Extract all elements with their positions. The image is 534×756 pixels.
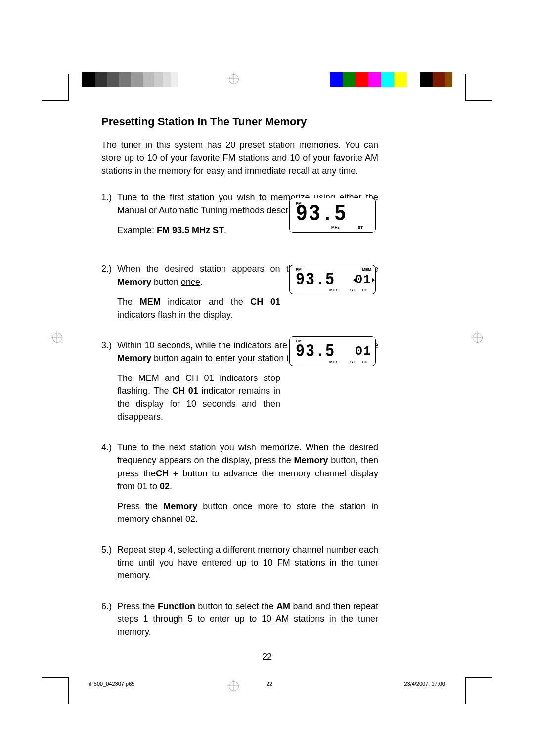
text: button to select the [195, 601, 276, 611]
st-indicator: ST [350, 360, 355, 364]
example-value: FM 93.5 MHz ST [157, 225, 224, 235]
emphasis-once-more: once more [233, 501, 278, 511]
step-number: 4.) [101, 441, 117, 532]
footer-page: 22 [267, 681, 272, 687]
text: Press the [117, 601, 158, 611]
mhz-indicator: MHz [329, 360, 337, 364]
memory-button-label: Memory [163, 501, 197, 511]
text: Press the [117, 501, 163, 511]
frequency-value: 93.5 [296, 342, 335, 360]
footer-file: iP500_042307.p65 [89, 681, 134, 687]
mem-indicator: MEM [362, 267, 371, 272]
mhz-indicator: MHz [331, 225, 339, 230]
text: button [151, 277, 181, 287]
step-text: Tune to the next station you wish memori… [117, 441, 378, 492]
step-5: 5.) Repeat step 4, selecting a different… [101, 543, 378, 589]
ch-indicator: CH [362, 360, 368, 364]
text: . [170, 481, 172, 491]
page: Presetting Station In The Tuner Memory T… [0, 0, 534, 756]
ch-plus-button-label: CH + [156, 469, 178, 478]
memory-button-label: Memory [117, 277, 151, 287]
channel-02-label: 02 [160, 481, 170, 491]
footer-datetime: 23/4/2007, 17:00 [404, 681, 445, 687]
right-arrow-icon [372, 278, 375, 282]
channel-value: 01 [355, 344, 371, 359]
memory-button-label: Memory [294, 455, 328, 465]
document-body: Presetting Station In The Tuner Memory T… [101, 114, 378, 657]
ch-indicator: CH [362, 288, 368, 292]
text: The [117, 297, 140, 307]
step-6: 6.) Press the Function button to select … [101, 600, 378, 645]
step-4: 4.) Tune to the next station you wish me… [101, 441, 378, 532]
color-calibration-strip [82, 72, 452, 87]
memory-button-label: Memory [117, 353, 151, 363]
frequency-value: 93.5 [296, 203, 347, 226]
step-text: Example: FM 93.5 MHz ST. [117, 224, 270, 236]
left-arrow-icon [353, 278, 356, 282]
ch01-indicator-label: CH 01 [172, 386, 198, 396]
text: . [224, 225, 226, 235]
lcd-display-3: FM 93.5 01 MHz ST CH [289, 336, 376, 366]
step-text: Press the Memory button once more to sto… [117, 500, 378, 525]
step-text: Repeat step 4, selecting a different mem… [117, 543, 378, 582]
text: Example: [117, 225, 157, 235]
mem-indicator-label: MEM [140, 297, 161, 307]
step-text: Press the Function button to select the … [117, 600, 378, 638]
text: indicator and the [161, 297, 251, 307]
mhz-indicator: MHz [329, 288, 337, 292]
lcd-display-1: FM 93.5 MHz ST [289, 198, 376, 233]
crop-mark [465, 74, 492, 101]
crop-mark [465, 677, 492, 704]
crop-mark [42, 74, 69, 101]
page-number: 22 [0, 652, 534, 662]
frequency-value: 93.5 [296, 271, 335, 288]
registration-mark-icon [51, 331, 63, 343]
step-number: 2.) [101, 262, 117, 328]
step-number: 5.) [101, 543, 117, 589]
emphasis-once: once [181, 277, 200, 287]
crop-mark [42, 677, 69, 704]
section-title: Presetting Station In The Tuner Memory [101, 114, 378, 130]
step-number: 6.) [101, 600, 117, 645]
st-indicator: ST [350, 288, 355, 292]
step-number: 3.) [101, 339, 117, 430]
step-number: 1.) [101, 191, 117, 243]
function-button-label: Function [158, 601, 195, 611]
step-text: The MEM and CH 01 indicators stop flashi… [117, 372, 280, 423]
st-indicator: ST [358, 225, 363, 230]
channel-value: 01 [355, 272, 371, 287]
ch01-indicator-label: CH 01 [250, 297, 280, 307]
text: button [197, 501, 233, 511]
text: . [200, 277, 203, 287]
footer: iP500_042307.p65 22 23/4/2007, 17:00 [89, 681, 445, 687]
registration-mark-icon [471, 331, 483, 343]
step-text: The MEM indicator and the CH 01 indicato… [117, 295, 280, 321]
text: indicators flash in the display. [117, 310, 233, 320]
intro-paragraph: The tuner in this system has 20 preset s… [101, 139, 378, 177]
am-band-label: AM [276, 601, 290, 611]
lcd-display-2: FM MEM 93.5 01 MHz ST CH [289, 265, 376, 294]
